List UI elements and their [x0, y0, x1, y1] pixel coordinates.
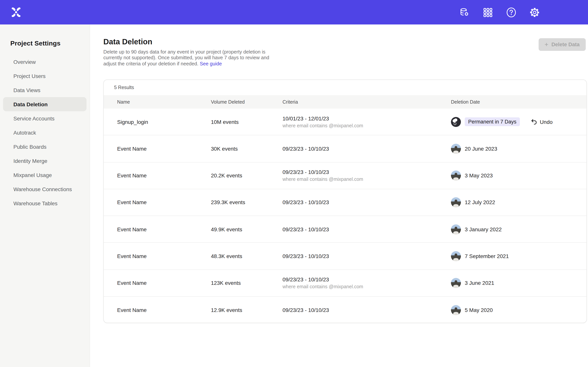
criteria-date-range: 09/23/23 - 10/10/23 [283, 253, 451, 259]
sidebar-item-data-deletion[interactable]: Data Deletion [3, 97, 86, 111]
column-header-criteria: Criteria [283, 99, 451, 105]
row-deletion-date: 20 June 2023 [451, 144, 587, 154]
criteria-filter: where email contains @mixpanel.com [283, 123, 451, 128]
row-deletion-date: 3 June 2021 [451, 278, 587, 288]
deletion-date-text: 5 May 2020 [465, 307, 493, 313]
mixpanel-logo[interactable] [10, 7, 22, 18]
avatar [451, 197, 461, 207]
deletion-date-text: 3 January 2022 [465, 226, 502, 232]
avatar [451, 117, 461, 127]
sidebar-item-data-views[interactable]: Data Views [3, 83, 86, 97]
criteria-date-range: 10/01/23 - 12/01/23 [283, 115, 451, 121]
delete-data-button-label: Delete Data [552, 42, 579, 47]
column-header-volume-deleted: Volume Deleted [211, 99, 283, 105]
sidebar-title: Project Settings [10, 40, 90, 47]
avatar [451, 251, 461, 261]
criteria-date-range: 09/23/23 - 10/10/23 [283, 226, 451, 232]
avatar [451, 305, 461, 315]
sidebar-item-overview[interactable]: Overview [3, 55, 86, 69]
sidebar-item-warehouse-tables[interactable]: Warehouse Tables [3, 196, 86, 210]
sidebar-nav: Overview Project Users Data Views Data D… [0, 55, 90, 210]
row-name: Event Name [117, 280, 211, 286]
undo-button[interactable]: Undo [531, 118, 553, 125]
avatar [451, 170, 461, 180]
avatar [451, 144, 461, 154]
see-guide-link[interactable]: See guide [200, 61, 222, 67]
column-header-name: Name [117, 99, 211, 105]
row-volume: 30K events [211, 146, 283, 152]
criteria-date-range: 09/23/23 - 10/10/23 [283, 276, 451, 283]
settings-icon[interactable] [529, 7, 540, 17]
criteria-date-range: 09/23/23 - 10/10/23 [283, 307, 451, 313]
plus-icon: + [545, 41, 548, 48]
row-deletion-date: 7 September 2021 [451, 251, 587, 261]
mixpanel-logo-icon [11, 7, 21, 17]
app-window: Project Settings Overview Project Users … [0, 0, 588, 367]
row-deletion-date: Permanent in 7 Days Undo [451, 117, 587, 127]
row-volume: 20.2K events [211, 172, 283, 179]
top-navbar [0, 0, 588, 25]
table-row: Signup_login 10M events 10/01/23 - 12/01… [104, 108, 587, 135]
sidebar-item-autotrack[interactable]: Autotrack [3, 125, 86, 140]
row-volume: 239.3K events [211, 199, 283, 206]
page-description-text: Delete up to 90 days data for any event … [103, 49, 269, 67]
table-row: Event Name 49.9K events 09/23/23 - 10/10… [104, 216, 587, 243]
row-name: Event Name [117, 172, 211, 179]
permanent-badge: Permanent in 7 Days [465, 117, 520, 126]
row-volume: 49.9K events [211, 226, 283, 232]
page-description: Delete up to 90 days data for any event … [103, 49, 273, 67]
row-name: Event Name [117, 226, 211, 232]
row-name: Event Name [117, 199, 211, 206]
criteria-date-range: 09/23/23 - 10/10/23 [283, 146, 451, 152]
apps-grid-icon[interactable] [482, 7, 493, 17]
sidebar-item-mixpanel-usage[interactable]: Mixpanel Usage [3, 168, 86, 182]
row-deletion-date: 3 January 2022 [451, 224, 587, 234]
sidebar-item-identity-merge[interactable]: Identity Merge [3, 154, 86, 168]
criteria-filter: where email contains @mixpanel.com [283, 177, 451, 182]
avatar [451, 278, 461, 288]
row-criteria: 09/23/23 - 10/10/23 [283, 226, 451, 232]
row-name: Event Name [117, 253, 211, 259]
row-name: Signup_login [117, 119, 211, 125]
table-row: Event Name 239.3K events 09/23/23 - 10/1… [104, 189, 587, 216]
row-volume: 10M events [211, 119, 283, 125]
sidebar-item-project-users[interactable]: Project Users [3, 69, 86, 83]
row-criteria: 09/23/23 - 10/10/23 [283, 253, 451, 259]
row-criteria: 09/23/23 - 10/10/23 [283, 307, 451, 313]
undo-label: Undo [540, 119, 553, 125]
main-content: Data Deletion Delete up to 90 days data … [90, 25, 588, 367]
row-name: Event Name [117, 146, 211, 152]
row-criteria: 09/23/23 - 10/10/23 [283, 146, 451, 152]
table-header-row: Name Volume Deleted Criteria Deletion Da… [104, 95, 587, 108]
row-volume: 48.3K events [211, 253, 283, 259]
table-row: Event Name 12.9K events 09/23/23 - 10/10… [104, 297, 587, 323]
results-count: 5 Results [104, 80, 587, 95]
undo-icon [531, 118, 537, 125]
row-deletion-date: 5 May 2020 [451, 305, 587, 315]
row-deletion-date: 12 July 2022 [451, 197, 587, 207]
help-icon[interactable] [506, 7, 516, 17]
row-volume: 123K events [211, 280, 283, 286]
deletion-results-card: 5 Results Name Volume Deleted Criteria D… [103, 80, 587, 323]
row-criteria: 09/23/23 - 10/10/23 where email contains… [283, 276, 451, 289]
deletion-date-text: 20 June 2023 [465, 146, 497, 152]
column-header-deletion-date: Deletion Date [451, 99, 587, 105]
table-row: Event Name 123K events 09/23/23 - 10/10/… [104, 270, 587, 297]
sidebar-item-service-accounts[interactable]: Service Accounts [3, 111, 86, 125]
sidebar-item-public-boards[interactable]: Public Boards [3, 140, 86, 154]
navbar-icon-group [459, 0, 540, 25]
table-row: Event Name 20.2K events 09/23/23 - 10/10… [104, 162, 587, 189]
criteria-filter: where email contains @mixpanel.com [283, 284, 451, 289]
row-criteria: 09/23/23 - 10/10/23 [283, 199, 451, 206]
row-criteria: 10/01/23 - 12/01/23 where email contains… [283, 115, 451, 128]
table-row: Event Name 30K events 09/23/23 - 10/10/2… [104, 135, 587, 162]
delete-data-button[interactable]: + Delete Data [538, 38, 586, 51]
sidebar-item-warehouse-connections[interactable]: Warehouse Connections [3, 182, 86, 196]
page-title: Data Deletion [103, 37, 152, 46]
settings-sidebar: Project Settings Overview Project Users … [0, 25, 90, 367]
row-deletion-date: 3 May 2023 [451, 170, 587, 180]
table-row: Event Name 48.3K events 09/23/23 - 10/10… [104, 243, 587, 270]
row-criteria: 09/23/23 - 10/10/23 where email contains… [283, 169, 451, 182]
deletion-date-text: 3 June 2021 [465, 280, 494, 286]
data-management-icon[interactable] [459, 7, 470, 17]
